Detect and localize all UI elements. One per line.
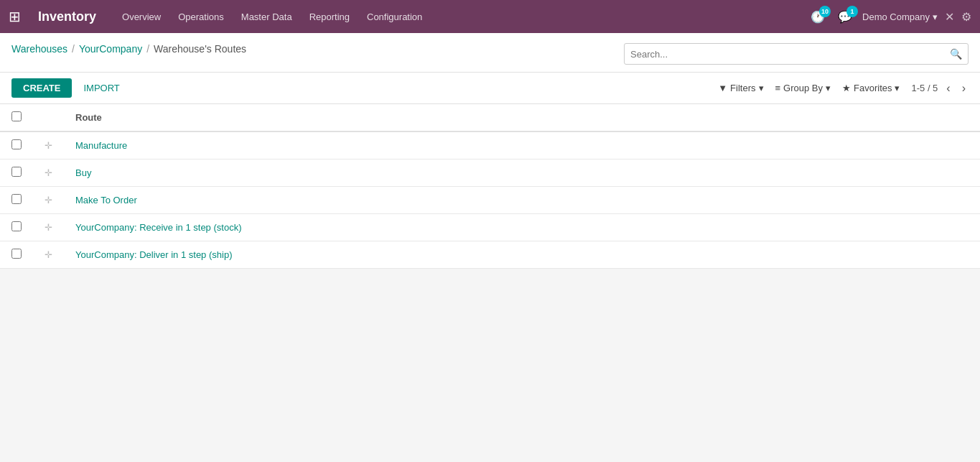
toolbar-left: CREATE IMPORT xyxy=(11,78,126,98)
nav-operations[interactable]: Operations xyxy=(178,11,224,22)
close-icon-button[interactable]: ✕ xyxy=(945,10,954,24)
table-header-row: Route xyxy=(0,104,980,131)
table-row: ✛YourCompany: Receive in 1 step (stock) xyxy=(0,214,980,241)
chevron-down-icon: ▾ xyxy=(933,11,938,22)
row-checkbox[interactable] xyxy=(11,221,22,231)
message-button[interactable]: 💬 1 xyxy=(835,7,855,27)
drag-handle[interactable]: ✛ xyxy=(33,214,64,241)
filters-chevron: ▾ xyxy=(759,83,764,93)
company-name: Demo Company xyxy=(862,11,930,22)
top-nav: ⊞ Inventory Overview Operations Master D… xyxy=(0,0,980,33)
prev-page-button[interactable]: ‹ xyxy=(943,82,953,95)
filters-label: Filters xyxy=(730,83,755,93)
row-checkbox[interactable] xyxy=(11,167,22,177)
route-column-header: Route xyxy=(64,104,980,131)
route-table: Route ✛Manufacture✛Buy✛Make To Order✛You… xyxy=(0,104,980,269)
search-input[interactable] xyxy=(625,49,944,60)
filters-button[interactable]: ▼ Filters ▾ xyxy=(718,83,763,93)
filter-icon: ▼ xyxy=(718,83,727,93)
nav-links: Overview Operations Master Data Reportin… xyxy=(122,11,793,22)
breadcrumb-yourcompany[interactable]: YourCompany xyxy=(79,43,142,55)
create-button[interactable]: CREATE xyxy=(11,78,72,98)
right-icons: 🕐 10 💬 1 Demo Company ▾ ✕ ⚙ xyxy=(808,7,971,27)
favorites-chevron: ▾ xyxy=(895,83,900,93)
group-by-label: Group By xyxy=(783,83,823,93)
group-by-icon: ≡ xyxy=(775,83,781,93)
table-row: ✛Buy xyxy=(0,160,980,187)
grid-icon[interactable]: ⊞ xyxy=(9,8,21,25)
breadcrumb-sep-2: / xyxy=(146,43,149,55)
route-link[interactable]: Make To Order xyxy=(75,195,137,205)
search-bar: 🔍 xyxy=(624,43,969,65)
group-by-chevron: ▾ xyxy=(826,83,831,93)
table-row: ✛Make To Order xyxy=(0,187,980,214)
row-checkbox[interactable] xyxy=(11,139,22,149)
pagination: 1-5 / 5 ‹ › xyxy=(911,82,969,95)
toolbar-right: ▼ Filters ▾ ≡ Group By ▾ ★ Favorites ▾ 1… xyxy=(718,82,969,95)
route-link[interactable]: Buy xyxy=(75,167,91,178)
app-title: Inventory xyxy=(38,9,96,24)
table-row: ✛Manufacture xyxy=(0,131,980,160)
select-all-checkbox[interactable] xyxy=(11,111,22,121)
breadcrumb-sep-1: / xyxy=(72,43,75,55)
drag-handle[interactable]: ✛ xyxy=(33,187,64,214)
activity-badge: 10 xyxy=(819,6,831,17)
drag-handle[interactable]: ✛ xyxy=(33,241,64,269)
drag-handle[interactable]: ✛ xyxy=(33,131,64,160)
activity-button[interactable]: 🕐 10 xyxy=(808,7,828,27)
search-button[interactable]: 🔍 xyxy=(944,48,968,60)
message-badge: 1 xyxy=(846,6,858,17)
route-link[interactable]: YourCompany: Deliver in 1 step (ship) xyxy=(75,249,232,260)
nav-overview[interactable]: Overview xyxy=(122,11,161,22)
pagination-count: 1-5 / 5 xyxy=(911,83,938,93)
route-link[interactable]: Manufacture xyxy=(75,140,127,151)
breadcrumb: Warehouses / YourCompany / Warehouse's R… xyxy=(11,43,246,55)
breadcrumb-current: Warehouse's Routes xyxy=(154,43,246,55)
breadcrumb-area: Warehouses / YourCompany / Warehouse's R… xyxy=(0,33,980,73)
table-container: Route ✛Manufacture✛Buy✛Make To Order✛You… xyxy=(0,104,980,269)
nav-configuration[interactable]: Configuration xyxy=(367,11,422,22)
breadcrumb-warehouses[interactable]: Warehouses xyxy=(11,43,67,55)
toolbar: CREATE IMPORT ▼ Filters ▾ ≡ Group By ▾ ★… xyxy=(0,73,980,104)
next-page-button[interactable]: › xyxy=(959,82,969,95)
group-by-button[interactable]: ≡ Group By ▾ xyxy=(775,83,831,93)
drag-header xyxy=(33,104,64,131)
row-checkbox[interactable] xyxy=(11,194,22,204)
favorites-button[interactable]: ★ Favorites ▾ xyxy=(842,83,900,93)
star-icon: ★ xyxy=(842,83,851,93)
settings-icon-button[interactable]: ⚙ xyxy=(961,10,971,24)
select-all-cell xyxy=(0,104,33,131)
favorites-label: Favorites xyxy=(854,83,892,93)
table-row: ✛YourCompany: Deliver in 1 step (ship) xyxy=(0,241,980,269)
nav-reporting[interactable]: Reporting xyxy=(309,11,350,22)
route-link[interactable]: YourCompany: Receive in 1 step (stock) xyxy=(75,222,241,233)
nav-master-data[interactable]: Master Data xyxy=(241,11,292,22)
drag-handle[interactable]: ✛ xyxy=(33,160,64,187)
company-selector[interactable]: Demo Company ▾ xyxy=(862,11,938,22)
import-button[interactable]: IMPORT xyxy=(78,78,125,98)
row-checkbox[interactable] xyxy=(11,249,22,259)
